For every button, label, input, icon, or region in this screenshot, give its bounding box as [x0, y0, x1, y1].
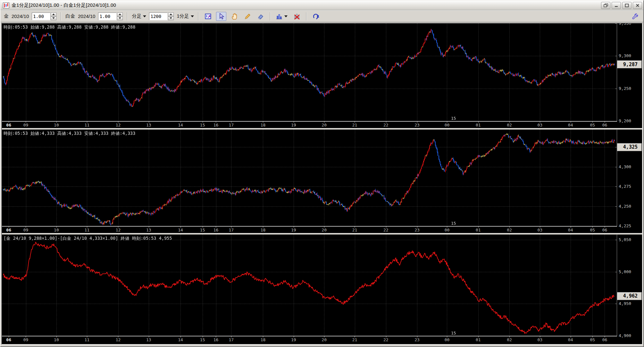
x-axis-tick-label: 00 — [445, 228, 450, 232]
x-axis-tick-label: 16 — [213, 123, 219, 127]
gold-plot[interactable]: 時刻:05:53 始値:9,288 高値:9,288 安値:9,288 終値:9… — [2, 23, 617, 121]
x-axis-tick-label: 01 — [476, 123, 481, 127]
reload-button[interactable]: R — [311, 12, 321, 21]
down-arrow-icon — [52, 17, 55, 19]
x-axis-tick-label: 23 — [414, 123, 420, 127]
draw-tool-button[interactable] — [242, 12, 253, 21]
platinum-contract-month: 2024/10 — [78, 13, 95, 19]
x-axis-tick-label: 15 — [200, 228, 205, 232]
x-axis-tick-label: 21 — [352, 337, 357, 342]
platinum-chart-canvas[interactable] — [2, 130, 617, 226]
x-axis-tick-label: 04 — [568, 337, 573, 342]
platinum-y-axis: 4,325 4,3504,3254,3004,2754,2504,225 — [617, 130, 642, 233]
pencil-icon — [244, 13, 251, 20]
chart-board-button[interactable] — [203, 12, 213, 21]
gold-contract-month: 2024/10 — [12, 13, 29, 19]
platinum-multiplier-up-button[interactable] — [117, 13, 123, 16]
chart-type-button[interactable] — [275, 12, 289, 21]
platinum-multiplier-input[interactable] — [98, 13, 117, 20]
gold-multiplier-spinner — [32, 13, 56, 20]
platinum-multiplier-spinner — [98, 13, 123, 20]
x-axis-tick-label: 06 — [602, 228, 607, 232]
float-window-button[interactable] — [601, 2, 610, 9]
minimize-button[interactable] — [612, 2, 621, 9]
x-axis-tick-label: 03 — [538, 337, 543, 342]
y-axis-tick-label: 4,300 — [619, 164, 631, 169]
settings-wrench-button[interactable] — [630, 12, 640, 21]
x-axis-tick-label: 01 — [476, 337, 481, 342]
x-axis-tick-label: 14 — [178, 228, 183, 232]
x-axis-tick-label: 13 — [146, 228, 151, 232]
platinum-multiplier-down-button[interactable] — [117, 16, 123, 20]
x-axis-tick-label: 05 — [590, 123, 595, 127]
up-arrow-icon — [170, 13, 172, 15]
x-axis-tick-label: 14 — [178, 123, 183, 127]
reload-icon: R — [312, 13, 320, 20]
pan-tool-button[interactable] — [229, 12, 239, 21]
minimize-icon — [615, 4, 618, 7]
eraser-tool-button[interactable] — [255, 12, 266, 21]
bar-count-input[interactable] — [149, 13, 168, 20]
close-icon — [636, 4, 640, 7]
x-axis-tick-label: 13 — [146, 337, 151, 342]
y-axis-tick-label: 5,050 — [619, 237, 631, 242]
x-axis-tick-label: 03 — [538, 123, 543, 127]
x-axis-tick-label: 19 — [291, 228, 296, 232]
spread-info-readout: [金 24/10 9,288×1.00]-[白金 24/10 4,333×1.0… — [4, 236, 172, 241]
pointer-tool-button[interactable] — [216, 12, 226, 21]
x-axis-tick-label: 18 — [261, 228, 266, 232]
spread-x-axis: 0609101112131415161718192021222300010203… — [2, 336, 617, 344]
platinum-plot[interactable]: 時刻:05:53 始値:4,333 高値:4,333 安値:4,333 終値:4… — [2, 130, 617, 226]
y-axis-tick-label: 4,350 — [619, 130, 631, 130]
platinum-price-badge: 4,325 — [617, 143, 642, 151]
x-axis-tick-label: 11 — [84, 228, 89, 232]
spread-chart-panel: [金 24/10 9,288×1.00]-[白金 24/10 4,333×1.0… — [2, 235, 642, 344]
toolbar-separator — [306, 12, 307, 21]
x-axis-tick-label: 21 — [352, 123, 357, 127]
toolbar-separator — [270, 12, 271, 21]
x-axis-tick-label: 19 — [291, 123, 296, 127]
x-axis-tick-label: 02 — [507, 228, 512, 232]
x-axis-tick-label: 23 — [414, 228, 420, 232]
gold-multiplier-up-button[interactable] — [51, 13, 56, 16]
gold-chart-panel: 時刻:05:53 始値:9,288 高値:9,288 安値:9,288 終値:9… — [2, 23, 642, 128]
close-button[interactable] — [633, 2, 642, 9]
gold-multiplier-down-button[interactable] — [51, 16, 56, 20]
x-axis-tick-label: 03 — [538, 228, 543, 232]
y-axis-tick-label: 4,225 — [619, 223, 631, 229]
x-axis-tick-label: 02 — [507, 337, 512, 342]
bar-count-down-button[interactable] — [168, 16, 174, 20]
gold-symbol-label: 金 — [4, 13, 9, 19]
app-window: 金1分足[2024/10]1.00 - 白金1分足[2024/10]1.00 — [0, 0, 644, 347]
title-bar[interactable]: 金1分足[2024/10]1.00 - 白金1分足[2024/10]1.00 — [1, 1, 643, 10]
up-arrow-icon — [119, 13, 121, 15]
toolbar-separator — [198, 12, 199, 21]
gold-chart-canvas[interactable] — [2, 23, 617, 121]
eraser-icon — [257, 13, 264, 20]
interval-dropdown[interactable]: 1分足 — [177, 13, 194, 19]
x-axis-tick-label: 11 — [84, 337, 89, 342]
bar-type-label: 分足 — [132, 13, 141, 19]
gold-info-readout: 時刻:05:53 始値:9,288 高値:9,288 安値:9,288 終値:9… — [4, 24, 135, 30]
y-axis-tick-label: 9,300 — [619, 53, 631, 58]
x-axis-tick-label: 17 — [229, 123, 234, 127]
platinum-symbol-label: 白金 — [65, 13, 75, 19]
x-axis-tick-label: 14 — [178, 337, 183, 342]
spread-plot[interactable]: [金 24/10 9,288×1.00]-[白金 24/10 4,333×1.0… — [2, 235, 617, 336]
bar-chart-icon — [276, 13, 283, 20]
chart-delete-button[interactable] — [292, 12, 302, 21]
down-arrow-icon — [119, 17, 121, 19]
bar-type-dropdown[interactable]: 分足 — [132, 13, 146, 19]
spread-chart-canvas[interactable] — [2, 235, 617, 336]
y-axis-tick-label: 4,275 — [619, 184, 631, 189]
x-axis-tick-label: 17 — [229, 228, 234, 232]
window-title: 金1分足[2024/10]1.00 - 白金1分足[2024/10]1.00 — [12, 2, 116, 8]
bar-count-up-button[interactable] — [168, 13, 174, 16]
x-axis-tick-label: 04 — [568, 123, 573, 127]
x-axis-tick-label: 06 — [6, 337, 11, 342]
wrench-icon — [631, 13, 639, 20]
toolbar-separator — [127, 12, 128, 21]
maximize-button[interactable] — [622, 2, 631, 9]
x-axis-tick-label: 21 — [352, 228, 357, 232]
gold-multiplier-input[interactable] — [32, 13, 50, 20]
